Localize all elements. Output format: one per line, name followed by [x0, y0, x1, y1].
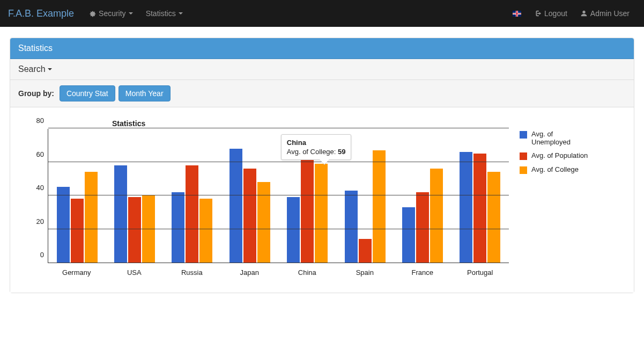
user-icon [580, 10, 588, 17]
legend-item[interactable]: Avg. of Unemployed [520, 130, 589, 146]
chart-category [106, 129, 163, 263]
legend-item[interactable]: Avg. of Population [520, 151, 589, 160]
groupby-row: Group by: Country Stat Month Year [10, 80, 634, 107]
chart: Statistics 020406080 GermanyUSARussiaJap… [26, 129, 618, 277]
chart-bar-group [460, 152, 500, 263]
chart-bar-group [345, 150, 386, 263]
chart-y-tick: 60 [30, 150, 48, 158]
nav-security[interactable]: Security [82, 0, 139, 27]
chart-title: Statistics [112, 119, 145, 128]
legend-swatch [520, 152, 527, 160]
chart-bar[interactable] [199, 199, 212, 263]
legend-label: Avg. of Population [531, 151, 588, 159]
panel-heading: Statistics [10, 38, 634, 59]
chart-bar[interactable] [114, 165, 127, 263]
main-container: Statistics Search Group by: Country Stat… [0, 27, 644, 304]
tooltip-value: 59 [338, 148, 345, 156]
groupby-country-stat-button[interactable]: Country Stat [60, 85, 115, 101]
chart-bar-group [57, 172, 98, 263]
chart-bar[interactable] [373, 150, 386, 263]
chart-bar[interactable] [345, 191, 358, 263]
logout-icon [534, 10, 542, 17]
chart-x-tick: France [394, 263, 451, 277]
panel-body: Statistics 020406080 GermanyUSARussiaJap… [10, 107, 634, 293]
chart-bar-group [287, 157, 328, 263]
chart-x-axis: GermanyUSARussiaJapanChinaSpainFrancePor… [48, 263, 509, 277]
chart-gridline [48, 195, 509, 195]
chart-bar-group [114, 165, 155, 263]
chart-x-tick: Germany [48, 263, 106, 277]
chart-bar[interactable] [230, 149, 242, 263]
chart-bar[interactable] [416, 192, 429, 263]
tooltip-metric: Avg. of College: [287, 148, 336, 156]
chart-bar[interactable] [57, 187, 70, 263]
chart-bar[interactable] [460, 152, 472, 263]
chart-y-tick: 40 [30, 184, 48, 192]
chart-x-tick: Russia [163, 263, 221, 277]
chart-y-tick: 20 [30, 217, 48, 225]
chart-plot: 020406080 [48, 129, 509, 263]
search-toggle[interactable]: Search [10, 59, 634, 80]
chart-y-tick: 0 [30, 251, 48, 259]
tooltip-category: China [287, 139, 346, 147]
chart-x-tick: USA [106, 263, 164, 277]
nav-logout-label: Logout [544, 9, 567, 18]
chart-bar-group [230, 149, 270, 263]
chart-bar[interactable] [85, 172, 98, 263]
nav-right: Logout Admin User [506, 0, 636, 27]
chart-bar[interactable] [142, 195, 155, 263]
chart-y-tick: 80 [30, 117, 48, 125]
legend-swatch [520, 166, 527, 174]
chart-x-tick: Portugal [451, 263, 509, 277]
chart-x-tick: Japan [221, 263, 279, 277]
groupby-month-year-button[interactable]: Month Year [119, 85, 171, 101]
legend-swatch [520, 131, 527, 139]
nav-security-label: Security [99, 9, 126, 18]
nav-left: Security Statistics [82, 0, 189, 27]
caret-icon [179, 12, 183, 14]
chart-legend: Avg. of UnemployedAvg. of PopulationAvg.… [520, 129, 589, 179]
chart-category [164, 129, 221, 263]
navbar: F.A.B. Example Security Statistics Logou… [0, 0, 644, 27]
chart-area: 020406080 GermanyUSARussiaJapanChinaSpai… [26, 129, 509, 277]
chart-bar[interactable] [243, 169, 256, 263]
chart-bar[interactable] [473, 154, 486, 263]
chart-bar[interactable] [128, 197, 141, 263]
caret-icon [129, 12, 133, 14]
nav-user-label: Admin User [590, 9, 630, 18]
chart-gridline [48, 162, 509, 162]
chart-bar[interactable] [315, 164, 328, 263]
nav-statistics-label: Statistics [146, 9, 176, 18]
chart-tooltip: China Avg. of College: 59 [281, 134, 352, 160]
legend-label: Avg. of College [531, 165, 579, 173]
chart-x-tick: China [278, 263, 336, 277]
chart-bar-group [172, 165, 212, 263]
chart-bar[interactable] [257, 182, 270, 263]
chart-bar[interactable] [71, 199, 84, 263]
tooltip-line: Avg. of College: 59 [287, 148, 346, 156]
chart-category [48, 129, 106, 263]
chart-bar[interactable] [430, 169, 443, 263]
chart-bar[interactable] [402, 207, 415, 263]
chart-bar[interactable] [487, 172, 500, 263]
brand-link[interactable]: F.A.B. Example [8, 8, 82, 19]
chart-category [394, 129, 451, 263]
nav-locale[interactable] [506, 0, 528, 27]
nav-user[interactable]: Admin User [574, 0, 636, 27]
chart-category [221, 129, 278, 263]
chart-bar[interactable] [172, 192, 184, 263]
flag-uk-icon [513, 11, 521, 17]
chart-x-tick: Spain [336, 263, 394, 277]
chart-bar[interactable] [359, 239, 372, 263]
chart-gridline [48, 128, 509, 128]
chart-bar[interactable] [287, 197, 300, 263]
nav-statistics[interactable]: Statistics [139, 0, 189, 27]
panel-title: Statistics [18, 43, 53, 53]
nav-logout[interactable]: Logout [528, 0, 574, 27]
chart-bar-group [402, 169, 443, 263]
chart-category [451, 129, 509, 263]
chart-bar[interactable] [301, 157, 314, 263]
chart-bar[interactable] [186, 165, 198, 263]
legend-item[interactable]: Avg. of College [520, 165, 589, 174]
legend-label: Avg. of Unemployed [531, 130, 589, 146]
